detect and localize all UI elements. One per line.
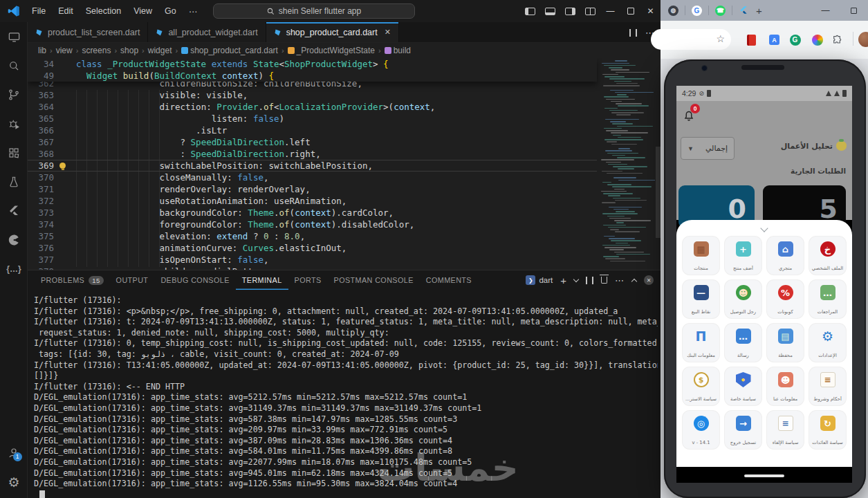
- minimap[interactable]: [598, 58, 655, 270]
- app-grid-item-3[interactable]: خالملف الشخصي: [809, 237, 846, 275]
- code-line-371[interactable]: 371 renderOverlay: renderOverlay,: [28, 183, 597, 195]
- split-editor-icon[interactable]: [629, 29, 637, 37]
- flutter-favicon[interactable]: [739, 6, 748, 15]
- panel-tab-problems[interactable]: PROBLEMS 15: [35, 270, 110, 290]
- flutter-icon[interactable]: [0, 196, 28, 225]
- color-wheel-extension-icon[interactable]: [811, 34, 823, 46]
- profile-avatar[interactable]: [858, 32, 868, 47]
- app-grid-item-13[interactable]: •سياسة خاصة: [725, 367, 761, 405]
- customize-layout-icon[interactable]: [580, 0, 600, 22]
- app-grid-item-5[interactable]: ☻رجل التوصيل: [725, 280, 761, 318]
- breadcrumb-item[interactable]: screens: [82, 46, 111, 55]
- google-favicon[interactable]: G: [692, 6, 702, 16]
- accounts-icon[interactable]: 1: [0, 439, 28, 468]
- dart-devtools-icon[interactable]: [0, 225, 28, 255]
- bookmark-star-icon[interactable]: ☆: [716, 33, 725, 44]
- code-line-370[interactable]: 370 closeManually: false,: [28, 172, 597, 183]
- testing-icon[interactable]: [0, 167, 28, 196]
- translate-extension-icon[interactable]: A: [768, 34, 780, 46]
- app-grid-item-10[interactable]: ▤محفظة: [767, 324, 804, 362]
- app-grid-item-12[interactable]: $سياسة الاستر...: [683, 367, 719, 405]
- sheet-collapse-chevron-icon[interactable]: [676, 221, 852, 234]
- command-center-search[interactable]: shein Seller flutter app: [213, 3, 415, 19]
- code-line-368[interactable]: 368 : SpeedDialDirection.right,: [28, 148, 597, 160]
- app-grid-item-14[interactable]: ☻معلومات عنا: [767, 367, 804, 405]
- app-grid-item-6[interactable]: %كوبونات: [767, 280, 804, 318]
- panel-tab-ports[interactable]: PORTS: [288, 270, 328, 290]
- app-grid-item-18[interactable]: ≡سياسة الإلغاء: [767, 411, 804, 449]
- split-terminal-icon[interactable]: [586, 277, 593, 284]
- menu-go[interactable]: Go: [158, 6, 183, 16]
- code-line-373[interactable]: 373 backgroundColor: Theme.of(context).c…: [28, 207, 597, 219]
- app-grid-item-2[interactable]: ⌂متجري: [767, 237, 804, 275]
- chrome-restore-button[interactable]: [840, 0, 868, 21]
- app-grid-item-17[interactable]: →تسجيل خروج: [725, 411, 761, 449]
- extensions-icon[interactable]: [0, 138, 28, 167]
- tab-close-icon[interactable]: ✕: [385, 28, 391, 37]
- source-control-icon[interactable]: [0, 80, 28, 109]
- code-line-369[interactable]: 369 switchLabelPosition: switchLabelPosi…: [28, 160, 597, 172]
- code-editor[interactable]: 362 childrenButtonSize: childrenButtonSi…: [28, 58, 661, 270]
- breadcrumb-item[interactable]: shop: [120, 46, 138, 55]
- code-line-374[interactable]: 374 foregroundColor: Theme.of(context).d…: [28, 219, 597, 230]
- breadcrumb-item[interactable]: widget: [148, 46, 172, 55]
- close-panel-icon[interactable]: ✕: [644, 275, 654, 285]
- extensions-puzzle-icon[interactable]: [831, 34, 843, 46]
- address-bar[interactable]: ☆: [651, 29, 731, 50]
- app-grid-item-16[interactable]: ◎v - 14.1: [683, 411, 719, 449]
- maximize-button[interactable]: [620, 0, 640, 22]
- tab-shop-product-card[interactable]: shop_product_card.dart ✕: [266, 22, 399, 42]
- app-grid-item-15[interactable]: ≡أحكام وشروط: [809, 367, 846, 405]
- maximize-panel-icon[interactable]: [631, 278, 637, 284]
- menu-selection[interactable]: Selection: [80, 6, 127, 16]
- panel-tab-output[interactable]: OUTPUT: [110, 270, 155, 290]
- panel-tab-debug-console[interactable]: DEBUG CONSOLE: [154, 270, 235, 290]
- chrome-minimize-button[interactable]: —: [811, 0, 840, 21]
- run-debug-icon[interactable]: [0, 109, 28, 138]
- settings-gear-icon[interactable]: ⚙: [0, 468, 28, 497]
- code-line-372[interactable]: 372 useRotationAnimation: useRAnimation,: [28, 195, 597, 207]
- app-grid-item-19[interactable]: ↻سياسة العائدات: [809, 411, 846, 449]
- breadcrumb-item-class[interactable]: _ProductWidgetState: [297, 46, 375, 55]
- toggle-secondary-sidebar-icon[interactable]: [560, 0, 580, 22]
- code-line-377[interactable]: 377 isOpenOnStart: false,: [28, 254, 597, 266]
- kill-terminal-icon[interactable]: [601, 277, 607, 284]
- remote-explorer-icon[interactable]: [0, 22, 28, 51]
- app-grid-item-1[interactable]: +أضف منتج: [725, 237, 761, 275]
- terminal-output[interactable]: I/flutter (17316):I/flutter (17316): <p>…: [34, 295, 658, 490]
- notification-bell-icon[interactable]: 0: [682, 108, 696, 122]
- panel-tab-comments[interactable]: COMMENTS: [420, 270, 478, 290]
- code-line-376[interactable]: 376 animationCurve: Curves.elasticInOut,: [28, 242, 597, 254]
- app-grid-item-11[interactable]: ⚙الإعدادات: [809, 324, 846, 362]
- minimize-button[interactable]: —: [600, 0, 620, 22]
- app-grid-item-4[interactable]: —نقاط البيع: [683, 280, 719, 318]
- app-grid-item-8[interactable]: Πمعلومات البنك: [683, 324, 719, 362]
- search-icon[interactable]: [0, 51, 28, 80]
- menu-file[interactable]: File: [26, 6, 52, 16]
- tab-all-product-widget[interactable]: all_product_widget.dart: [148, 22, 266, 42]
- toggle-sidebar-icon[interactable]: [520, 0, 540, 22]
- new-terminal-icon[interactable]: +: [560, 275, 566, 286]
- grammarly-extension-icon[interactable]: G: [789, 34, 801, 46]
- menu-view[interactable]: View: [127, 6, 158, 16]
- menu-edit[interactable]: Edit: [52, 6, 80, 16]
- panel-tab-postman-console[interactable]: POSTMAN CONSOLE: [328, 270, 420, 290]
- code-line-375[interactable]: 375 elevation: extend ? 0 : 8.0,: [28, 230, 597, 242]
- globe-favicon[interactable]: ◍: [668, 6, 678, 16]
- panel-more-actions-icon[interactable]: ⋯: [615, 275, 625, 286]
- app-grid-item-7[interactable]: …المراجعات: [809, 280, 846, 318]
- code-line-366[interactable]: 366 .isLtr: [28, 124, 597, 136]
- reading-list-extension-icon[interactable]: [746, 34, 757, 46]
- app-grid-item-0[interactable]: ▦منتجات: [683, 237, 719, 275]
- breadcrumb-item[interactable]: lib: [38, 46, 46, 55]
- toggle-panel-icon[interactable]: [540, 0, 560, 22]
- panel-tab-terminal[interactable]: TERMINAL: [236, 270, 288, 290]
- tab-product-list-screen[interactable]: product_list_screen.dart: [28, 22, 148, 42]
- home-indicator[interactable]: [744, 474, 784, 477]
- terminal-dropdown-icon[interactable]: [573, 276, 579, 282]
- whatsapp-favicon[interactable]: ☎: [715, 6, 726, 16]
- menu-overflow[interactable]: ⋯: [183, 6, 204, 17]
- snippets-icon[interactable]: {…}: [0, 255, 28, 284]
- new-tab-button[interactable]: +: [756, 5, 762, 17]
- lightbulb-icon[interactable]: [59, 163, 66, 169]
